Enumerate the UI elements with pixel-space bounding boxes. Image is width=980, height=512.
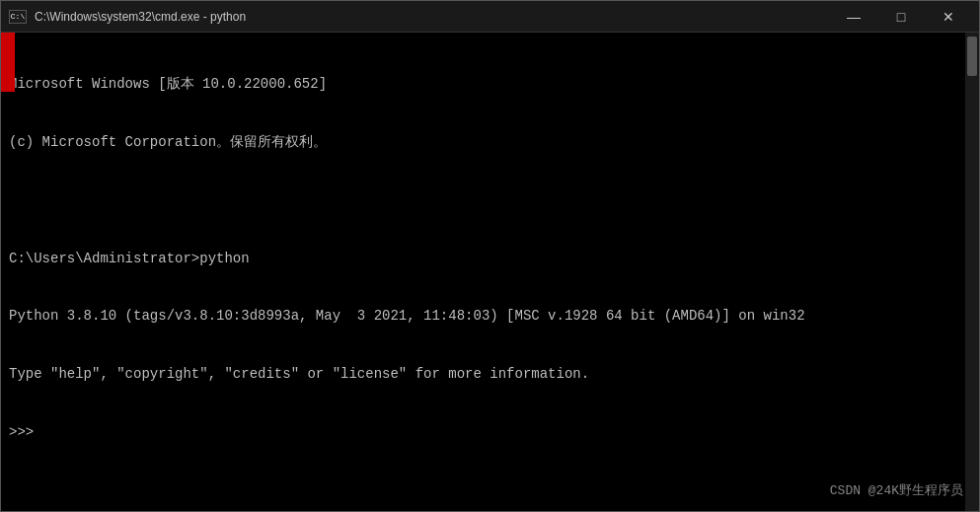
terminal-output: Microsoft Windows [版本 10.0.22000.652] (c… xyxy=(9,37,971,481)
cmd-window: C:\ C:\Windows\system32\cmd.exe - python… xyxy=(0,0,980,512)
red-accent-block xyxy=(1,33,15,92)
close-button[interactable]: ✕ xyxy=(926,1,971,33)
cmd-icon-box: C:\ xyxy=(9,10,27,24)
cmd-icon: C:\ xyxy=(9,10,27,24)
terminal-line-1: Microsoft Windows [版本 10.0.22000.652] xyxy=(9,75,971,95)
scrollbar[interactable] xyxy=(965,33,979,511)
terminal-line-3 xyxy=(9,191,971,211)
terminal-line-6: Type "help", "copyright", "credits" or "… xyxy=(9,365,971,385)
minimize-button[interactable]: — xyxy=(831,1,876,33)
scrollbar-thumb[interactable] xyxy=(967,37,977,76)
title-bar-left: C:\ C:\Windows\system32\cmd.exe - python xyxy=(9,10,246,24)
terminal-line-4: C:\Users\Administrator>python xyxy=(9,250,971,269)
title-bar: C:\ C:\Windows\system32\cmd.exe - python… xyxy=(1,1,979,33)
maximize-button[interactable]: □ xyxy=(878,1,924,33)
terminal-line-2: (c) Microsoft Corporation。保留所有权利。 xyxy=(9,133,971,153)
terminal-body[interactable]: Microsoft Windows [版本 10.0.22000.652] (c… xyxy=(1,33,979,511)
window-title: C:\Windows\system32\cmd.exe - python xyxy=(35,10,246,24)
terminal-line-5: Python 3.8.10 (tags/v3.8.10:3d8993a, May… xyxy=(9,307,971,327)
window-controls: — □ ✕ xyxy=(831,1,971,33)
terminal-prompt-line[interactable]: >>> xyxy=(9,423,971,443)
watermark: CSDN @24K野生程序员 xyxy=(830,481,963,499)
